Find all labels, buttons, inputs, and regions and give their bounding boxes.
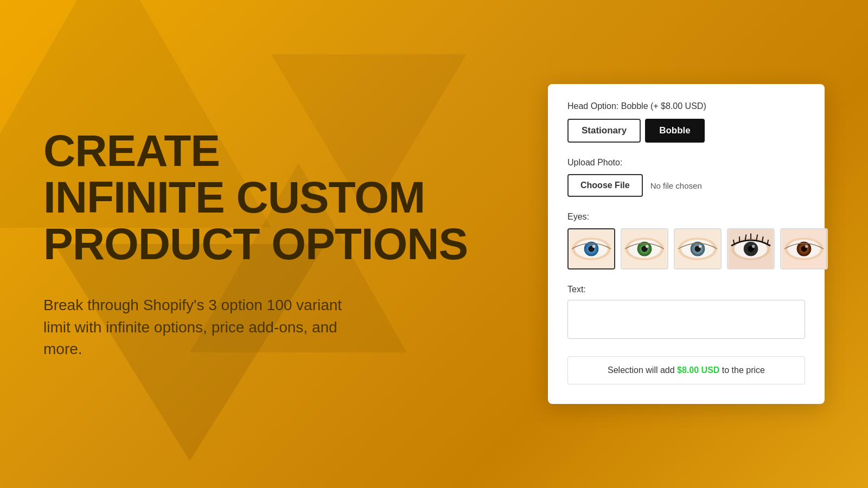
content-area: CREATE INFINITE CUSTOM PRODUCT OPTIONS B… <box>0 0 868 488</box>
svg-point-6 <box>592 245 596 248</box>
subtext: Break through Shopify's 3 option 100 var… <box>43 294 369 361</box>
choose-file-button[interactable]: Choose File <box>567 174 643 197</box>
price-banner-prefix: Selection will add <box>608 365 677 375</box>
product-card: Head Option: Bobble (+ $8.00 USD) Statio… <box>548 84 825 404</box>
no-file-text: No file chosen <box>650 181 702 190</box>
right-panel: Head Option: Bobble (+ $8.00 USD) Statio… <box>548 84 825 404</box>
head-option-label: Head Option: Bobble (+ $8.00 USD) <box>567 101 805 111</box>
eye-swatch-1[interactable] <box>567 228 615 269</box>
svg-point-20 <box>699 245 702 248</box>
head-option-label-text: Head Option: <box>567 101 621 111</box>
svg-point-33 <box>805 245 808 248</box>
price-value: $8.00 USD <box>677 365 719 375</box>
main-heading: CREATE INFINITE CUSTOM PRODUCT OPTIONS <box>43 127 515 267</box>
eye-swatch-2[interactable] <box>621 228 668 269</box>
text-section: Text: <box>567 285 805 341</box>
price-banner: Selection will add $8.00 USD to the pric… <box>567 356 805 384</box>
heading-line2: INFINITE CUSTOM <box>43 174 515 221</box>
left-panel: CREATE INFINITE CUSTOM PRODUCT OPTIONS B… <box>43 127 548 361</box>
file-input-row: Choose File No file chosen <box>567 174 805 197</box>
bobble-button[interactable]: Bobble <box>645 119 705 143</box>
eyes-section: Eyes: <box>567 212 805 269</box>
text-input[interactable] <box>567 300 805 339</box>
eyes-grid <box>567 228 805 269</box>
upload-section: Upload Photo: Choose File No file chosen <box>567 158 805 197</box>
heading-line3: PRODUCT OPTIONS <box>43 221 515 267</box>
eyes-label: Eyes: <box>567 212 805 222</box>
stationary-button[interactable]: Stationary <box>567 119 641 143</box>
eye-swatch-5[interactable] <box>780 228 828 269</box>
head-option-buttons: Stationary Bobble <box>567 119 805 143</box>
svg-point-13 <box>646 245 649 248</box>
heading-line1: CREATE <box>43 127 515 174</box>
text-label: Text: <box>567 285 805 294</box>
price-banner-suffix: to the price <box>719 365 765 375</box>
eye-swatch-3[interactable] <box>674 228 722 269</box>
upload-label: Upload Photo: <box>567 158 805 168</box>
eye-swatch-4[interactable] <box>727 228 775 269</box>
svg-point-26 <box>752 245 755 248</box>
head-option-selected-value: Bobble (+ $8.00 USD) <box>621 101 706 111</box>
